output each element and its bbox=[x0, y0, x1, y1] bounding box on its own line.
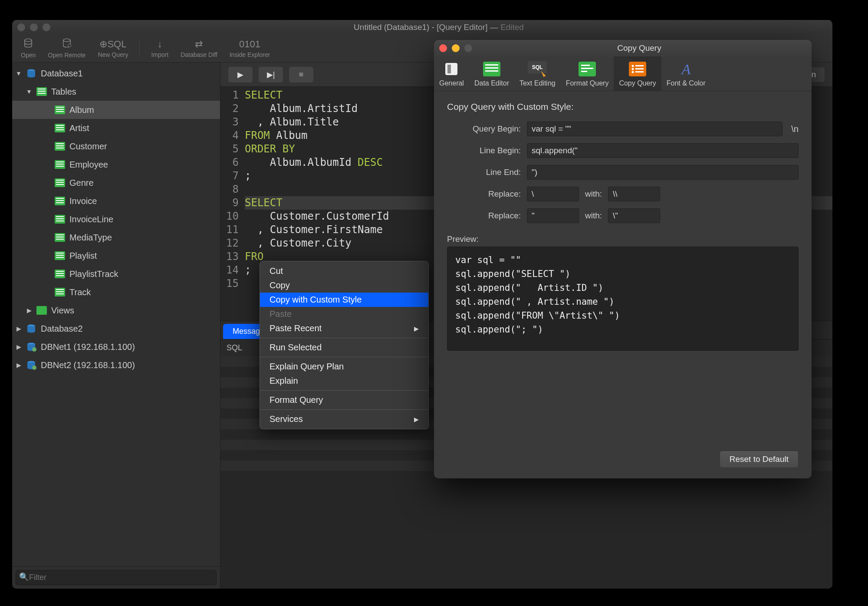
close-icon[interactable] bbox=[17, 23, 25, 31]
open-button[interactable]: Open bbox=[16, 37, 40, 59]
svg-point-8 bbox=[32, 366, 36, 370]
menu-cut[interactable]: Cut bbox=[260, 264, 428, 278]
import-button[interactable]: ↓ Import bbox=[147, 38, 173, 59]
table-label: Artist bbox=[69, 123, 89, 133]
tables-node[interactable]: ▼ Tables bbox=[12, 82, 220, 101]
submenu-arrow-icon: ▶ bbox=[414, 325, 419, 332]
step-icon: ▶| bbox=[267, 70, 275, 79]
input-replace1-from[interactable] bbox=[527, 187, 579, 201]
svg-point-0 bbox=[25, 39, 32, 41]
table-label: Playlist bbox=[69, 251, 97, 261]
table-icon bbox=[54, 142, 66, 151]
table-item-playlisttrack[interactable]: PlaylistTrack bbox=[12, 265, 220, 283]
table-label: Track bbox=[69, 287, 91, 297]
table-item-playlist[interactable]: Playlist bbox=[12, 247, 220, 265]
database-icon bbox=[25, 324, 37, 333]
table-item-mediatype[interactable]: MediaType bbox=[12, 228, 220, 247]
db-node-database1[interactable]: ▼ Database1 bbox=[12, 64, 220, 82]
disclosure-right-icon[interactable]: ▶ bbox=[16, 362, 22, 369]
binary-icon: 0101 bbox=[239, 39, 260, 50]
disclosure-right-icon[interactable]: ▶ bbox=[26, 307, 32, 314]
preview-label: Preview: bbox=[447, 234, 799, 244]
menu-paste-recent[interactable]: Paste Recent▶ bbox=[260, 321, 428, 336]
open-remote-button[interactable]: Open Remote bbox=[43, 37, 90, 59]
format-icon bbox=[578, 60, 597, 78]
tab-data-editor[interactable]: Data Editor bbox=[469, 56, 514, 91]
results-sql-label: SQL bbox=[227, 343, 242, 352]
input-replace2-from[interactable] bbox=[527, 208, 579, 223]
svg-rect-10 bbox=[447, 65, 451, 73]
run-step-button[interactable]: ▶| bbox=[259, 67, 283, 82]
run-button[interactable]: ▶ bbox=[228, 67, 253, 82]
tab-font-color[interactable]: A Font & Color bbox=[661, 56, 711, 91]
svg-rect-27 bbox=[635, 71, 644, 72]
table-item-customer[interactable]: Customer bbox=[12, 137, 220, 155]
menu-explain[interactable]: Explain bbox=[260, 374, 428, 388]
database-icon bbox=[25, 69, 37, 78]
table-label: Genre bbox=[69, 178, 94, 188]
menu-format-query[interactable]: Format Query bbox=[260, 393, 428, 407]
table-icon bbox=[54, 196, 66, 206]
svg-point-6 bbox=[32, 347, 36, 352]
table-item-artist[interactable]: Artist bbox=[12, 119, 220, 137]
menu-copy[interactable]: Copy bbox=[260, 278, 428, 293]
tab-format-query[interactable]: Format Query bbox=[561, 56, 614, 91]
disclosure-down-icon[interactable]: ▼ bbox=[16, 70, 22, 77]
table-icon bbox=[54, 105, 66, 115]
database-diff-button[interactable]: ⇄ Database Diff bbox=[176, 38, 222, 59]
input-line-end[interactable] bbox=[527, 165, 799, 180]
label-query-begin: Query Begin: bbox=[447, 124, 521, 134]
stop-button[interactable]: ■ bbox=[289, 67, 313, 82]
views-node[interactable]: ▶ Views bbox=[12, 301, 220, 319]
input-line-begin[interactable] bbox=[527, 143, 799, 158]
context-menu: Cut Copy Copy with Custom Style Paste Pa… bbox=[260, 261, 429, 429]
table-item-invoice[interactable]: Invoice bbox=[12, 192, 220, 210]
menu-run-selected[interactable]: Run Selected bbox=[260, 340, 428, 355]
menu-services[interactable]: Services▶ bbox=[260, 412, 428, 426]
filter-input[interactable] bbox=[16, 570, 217, 585]
table-label: InvoiceLine bbox=[69, 214, 113, 224]
zoom-icon[interactable] bbox=[43, 23, 50, 31]
views-icon bbox=[36, 306, 48, 315]
table-icon bbox=[54, 160, 66, 169]
new-query-button[interactable]: ⊕SQL New Query bbox=[93, 38, 132, 59]
inside-explorer-button[interactable]: 0101 Inside Explorer bbox=[225, 38, 274, 59]
disclosure-right-icon[interactable]: ▶ bbox=[16, 325, 22, 332]
db-node-database2[interactable]: ▶ Database2 bbox=[12, 319, 220, 338]
svg-rect-26 bbox=[635, 68, 644, 69]
table-label: Employee bbox=[69, 160, 108, 170]
close-icon[interactable] bbox=[439, 44, 447, 52]
svg-text:A: A bbox=[681, 61, 690, 77]
svg-point-24 bbox=[632, 71, 634, 73]
input-query-begin[interactable] bbox=[527, 122, 783, 136]
db-node-dbnet1[interactable]: ▶ DBNet1 (192.168.1.100) bbox=[12, 338, 220, 356]
minimize-icon[interactable] bbox=[452, 44, 460, 52]
input-replace1-to[interactable] bbox=[608, 187, 660, 201]
menu-explain-plan[interactable]: Explain Query Plan bbox=[260, 359, 428, 374]
table-item-employee[interactable]: Employee bbox=[12, 155, 220, 174]
table-item-genre[interactable]: Genre bbox=[12, 174, 220, 192]
table-item-invoiceline[interactable]: InvoiceLine bbox=[12, 210, 220, 228]
submenu-arrow-icon: ▶ bbox=[414, 416, 419, 423]
reset-to-default-button[interactable]: Reset to Default bbox=[720, 451, 799, 468]
play-icon: ▶ bbox=[237, 70, 243, 79]
database-tree[interactable]: ▼ Database1 ▼ Tables AlbumArtistCustomer… bbox=[12, 63, 220, 566]
minimize-icon[interactable] bbox=[30, 23, 38, 31]
label-replace-1: Replace: bbox=[447, 189, 521, 199]
tab-general[interactable]: General bbox=[434, 56, 469, 91]
db-node-dbnet2[interactable]: ▶ DBNet2 (192.168.1.100) bbox=[12, 356, 220, 374]
menu-copy-custom-style[interactable]: Copy with Custom Style bbox=[260, 293, 428, 307]
svg-rect-13 bbox=[485, 67, 498, 69]
svg-rect-20 bbox=[581, 71, 587, 72]
table-icon bbox=[482, 60, 501, 78]
database-remote-icon bbox=[25, 342, 37, 352]
disclosure-right-icon[interactable]: ▶ bbox=[16, 343, 22, 350]
table-item-album[interactable]: Album bbox=[12, 101, 220, 119]
table-item-track[interactable]: Track bbox=[12, 283, 220, 301]
tab-copy-query[interactable]: Copy Query bbox=[614, 56, 661, 91]
input-replace2-to[interactable] bbox=[608, 208, 660, 223]
table-label: Customer bbox=[69, 142, 107, 152]
disclosure-down-icon[interactable]: ▼ bbox=[26, 88, 32, 95]
list-icon bbox=[628, 60, 647, 78]
tab-text-editing[interactable]: SQL Text Editing bbox=[514, 56, 561, 91]
